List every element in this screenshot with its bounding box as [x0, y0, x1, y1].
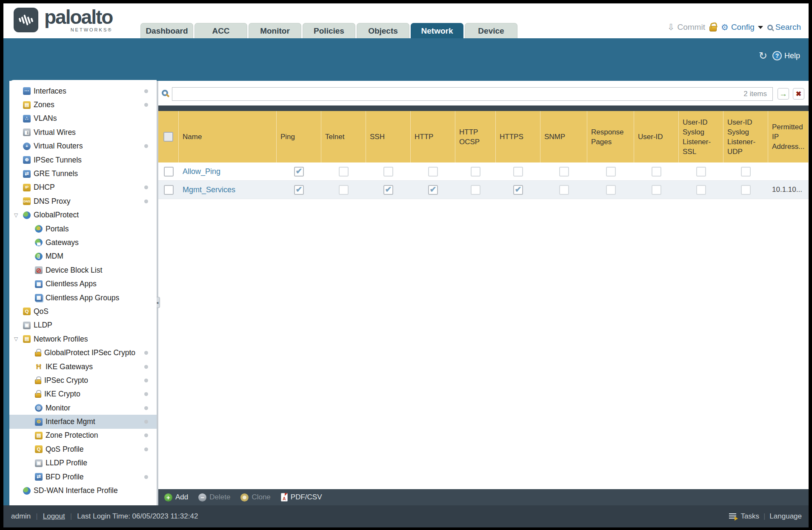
service-checkbox-response-pages[interactable]	[606, 167, 616, 177]
sidebar-item-network-profiles[interactable]: ▽▤Network Profiles	[9, 332, 157, 346]
service-checkbox-https[interactable]	[513, 167, 523, 177]
tab-acc[interactable]: ACC	[194, 23, 247, 38]
sidebar-item-ipsec-crypto[interactable]: IPSec Crypto	[9, 373, 157, 387]
service-checkbox-http-ocsp[interactable]	[471, 185, 480, 195]
service-checkbox-user-id[interactable]	[652, 167, 661, 177]
tab-monitor[interactable]: Monitor	[249, 23, 301, 38]
service-checkbox-telnet[interactable]	[339, 167, 349, 177]
logout-link[interactable]: Logout	[43, 512, 65, 521]
toolbar-pdf-csv-button[interactable]: PDF/CSV	[281, 493, 322, 502]
column-header-user-id[interactable]: User-ID	[634, 111, 679, 162]
clientless-app-groups-icon: ▦	[35, 294, 43, 302]
service-checkbox-user-id-syslog-listener-udp[interactable]	[741, 185, 751, 195]
profile-name-link[interactable]: Mgmt_Services	[183, 185, 235, 194]
language-link[interactable]: Language	[769, 512, 802, 521]
sidebar-item-device-block-list[interactable]: ⊘Device Block List	[9, 263, 157, 277]
service-checkbox-https[interactable]	[513, 185, 523, 195]
clear-filter-button[interactable]: ✖	[793, 88, 804, 100]
service-checkbox-user-id-syslog-listener-ssl[interactable]	[696, 167, 706, 177]
sidebar-item-ike-crypto[interactable]: IKE Crypto	[9, 388, 157, 401]
sidebar-item-virtual-routers[interactable]: +Virtual Routers	[9, 140, 157, 153]
toolbar-button-label: Clone	[252, 493, 270, 502]
lock-icon[interactable]	[709, 26, 717, 31]
sidebar-item-gre-tunnels[interactable]: ⇄GRE Tunnels	[9, 167, 157, 180]
tab-network[interactable]: Network	[411, 23, 463, 38]
service-checkbox-telnet[interactable]	[339, 185, 349, 195]
column-header-user-id-syslog-listener-udp[interactable]: User-ID Syslog Listener-UDP	[723, 111, 768, 162]
sidebar-item-label: VLANs	[34, 114, 154, 123]
tab-dashboard[interactable]: Dashboard	[140, 23, 193, 38]
column-header-snmp[interactable]: SNMP	[540, 111, 587, 162]
sidebar-item-interface-mgmt[interactable]: ⚙Interface Mgmt	[9, 415, 157, 428]
sidebar-item-lldp-profile[interactable]: ▣LLDP Profile	[9, 456, 157, 470]
service-checkbox-ping[interactable]	[294, 185, 304, 195]
service-checkbox-snmp[interactable]	[559, 185, 569, 195]
sidebar-item-virtual-wires[interactable]: ◧Virtual Wires	[9, 125, 157, 139]
sidebar-item-bfd-profile[interactable]: ⇄BFD Profile	[9, 470, 157, 484]
column-header-https[interactable]: HTTPS	[496, 111, 540, 162]
expander-triangle-icon[interactable]: ▽	[14, 212, 18, 218]
permitted-ip-value: 10.1.10...	[768, 181, 809, 199]
tab-device[interactable]: Device	[465, 23, 518, 38]
service-checkbox-http-ocsp[interactable]	[471, 167, 480, 177]
service-checkbox-user-id-syslog-listener-udp[interactable]	[741, 167, 751, 177]
sidebar-item-zones[interactable]: ▤Zones	[9, 98, 157, 111]
column-header-response-pages[interactable]: Response Pages	[587, 111, 634, 162]
tasks-link[interactable]: Tasks	[741, 512, 759, 521]
global-search-button[interactable]: Search	[767, 23, 801, 32]
profile-name-link[interactable]: Allow_Ping	[183, 167, 220, 176]
service-checkbox-http[interactable]	[428, 185, 438, 195]
sidebar-item-qos[interactable]: QQoS	[9, 305, 157, 318]
sidebar-item-mdm[interactable]: ▯MDM	[9, 250, 157, 263]
sidebar-item-gateways[interactable]: ▄Gateways	[9, 236, 157, 249]
service-checkbox-snmp[interactable]	[559, 167, 569, 177]
column-header-ping[interactable]: Ping	[277, 111, 321, 162]
sidebar-item-globalprotect-ipsec-crypto[interactable]: GlobalProtect IPSec Crypto	[9, 346, 157, 359]
sidebar-item-zone-protection[interactable]: ▤Zone Protection	[9, 429, 157, 442]
sidebar-item-vlans[interactable]: ∴VLANs	[9, 112, 157, 125]
sidebar-item-globalprotect[interactable]: ▽GlobalProtect	[9, 208, 157, 222]
sidebar-item-clientless-apps[interactable]: ▦Clientless Apps	[9, 277, 157, 291]
service-checkbox-http[interactable]	[428, 167, 438, 177]
toolbar-delete-button[interactable]: −Delete	[198, 493, 230, 502]
sidebar-item-qos-profile[interactable]: QQoS Profile	[9, 442, 157, 456]
sidebar-item-portals[interactable]: ⚙Portals	[9, 222, 157, 236]
toolbar-clone-button[interactable]: Clone	[240, 493, 270, 502]
sidebar-item-ipsec-tunnels[interactable]: ⊕IPSec Tunnels	[9, 153, 157, 167]
expander-triangle-icon[interactable]: ▽	[14, 336, 18, 342]
sidebar-item-interfaces[interactable]: ⋯Interfaces	[9, 84, 157, 98]
service-checkbox-ssh[interactable]	[383, 167, 393, 177]
table-filter-input[interactable]	[172, 87, 773, 101]
row-select-checkbox[interactable]	[164, 185, 174, 195]
sidebar-item-sd-wan-interface-profile[interactable]: SD-WAN Interface Profile	[9, 484, 157, 497]
row-select-checkbox[interactable]	[164, 167, 174, 177]
sidebar-item-lldp[interactable]: ▣LLDP	[9, 319, 157, 332]
service-checkbox-user-id[interactable]	[652, 185, 661, 195]
sidebar-item-clientless-app-groups[interactable]: ▦Clientless App Groups	[9, 291, 157, 305]
service-checkbox-ping[interactable]	[294, 167, 304, 177]
select-all-checkbox[interactable]	[163, 132, 173, 142]
tab-policies[interactable]: Policies	[303, 23, 355, 38]
refresh-icon[interactable]: ↻	[759, 51, 767, 60]
column-header-user-id-syslog-listener-ssl[interactable]: User-ID Syslog Listener-SSL	[679, 111, 723, 162]
sidebar-item-monitor[interactable]: ◎Monitor	[9, 401, 157, 415]
apply-filter-button[interactable]: →	[778, 88, 789, 100]
column-header-permitted-ip-address[interactable]: Permitted IP Address...	[768, 111, 809, 162]
column-header-http[interactable]: HTTP	[411, 111, 455, 162]
sidebar-item-dns-proxy[interactable]: DNSDNS Proxy	[9, 194, 157, 208]
service-checkbox-ssh[interactable]	[383, 185, 393, 195]
sidebar-item-dhcp[interactable]: IPDHCP	[9, 181, 157, 194]
column-header-ssh[interactable]: SSH	[366, 111, 411, 162]
help-button[interactable]: ? Help	[772, 51, 800, 60]
sidebar-item-ike-gateways[interactable]: ĦIKE Gateways	[9, 360, 157, 373]
column-header-http-ocsp[interactable]: HTTP OCSP	[455, 111, 496, 162]
tab-objects[interactable]: Objects	[357, 23, 409, 38]
sidebar-item-label: Monitor	[46, 404, 142, 413]
service-checkbox-response-pages[interactable]	[606, 185, 616, 195]
column-header-telnet[interactable]: Telnet	[321, 111, 366, 162]
commit-button[interactable]: ⇩ Commit	[667, 23, 705, 32]
toolbar-add-button[interactable]: +Add	[164, 493, 188, 502]
column-header-name[interactable]: Name	[179, 111, 277, 162]
config-menu[interactable]: ⚙ Config	[721, 22, 763, 32]
service-checkbox-user-id-syslog-listener-ssl[interactable]	[696, 185, 706, 195]
